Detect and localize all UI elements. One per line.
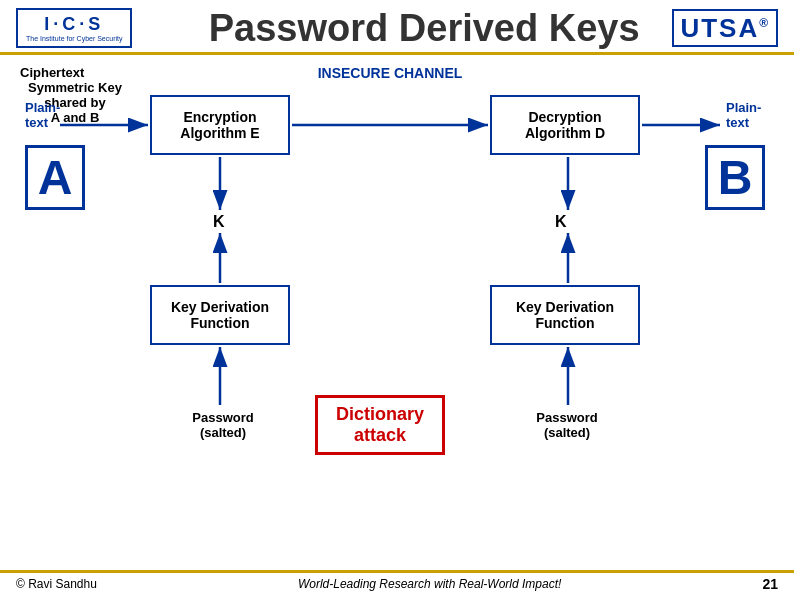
insecure-channel-label: INSECURE CHANNEL — [250, 65, 530, 81]
letter-a-box: A — [25, 145, 85, 210]
dict-line2: attack — [336, 425, 424, 446]
dict-line1: Dictionary — [336, 404, 424, 425]
enc-line1: Encryption — [180, 109, 259, 125]
kdf-right-box: Key Derivation Function — [490, 285, 640, 345]
kdf-left-box: Key Derivation Function — [150, 285, 290, 345]
footer: © Ravi Sandhu World-Leading Research wit… — [0, 570, 794, 595]
diagram: INSECURE CHANNEL Plain-text Plain-text C… — [20, 65, 774, 485]
diagram-content: INSECURE CHANNEL Plain-text Plain-text C… — [0, 55, 794, 495]
footer-copyright: © Ravi Sandhu — [16, 577, 97, 591]
password-left-label: Password(salted) — [168, 410, 278, 440]
plaintext-right-label: Plain-text — [726, 100, 761, 130]
dec-line1: Decryption — [525, 109, 605, 125]
kdf-left-line1: Key Derivation — [171, 299, 269, 315]
header: I·C·S The Institute for Cyber Security P… — [0, 0, 794, 55]
encryption-algorithm-box: Encryption Algorithm E — [150, 95, 290, 155]
enc-line2: Algorithm E — [180, 125, 259, 141]
utsa-logo-area: UTSA® — [672, 13, 778, 44]
password-right-label: Password(salted) — [492, 410, 642, 440]
kdf-right-line2: Function — [516, 315, 614, 331]
decryption-algorithm-box: Decryption Algorithm D — [490, 95, 640, 155]
letter-b-box: B — [705, 145, 765, 210]
k-left-label: K — [213, 213, 225, 231]
ics-subtitle: The Institute for Cyber Security — [26, 35, 122, 42]
footer-tagline: World-Leading Research with Real-World I… — [298, 577, 561, 591]
page-title-area: Password Derived Keys — [176, 9, 672, 47]
footer-page-number: 21 — [762, 576, 778, 592]
dec-line2: Algorithm D — [525, 125, 605, 141]
k-right-label: K — [555, 213, 567, 231]
kdf-right-line1: Key Derivation — [516, 299, 614, 315]
dictionary-attack-box: Dictionary attack — [315, 395, 445, 455]
ics-initials: I·C·S — [44, 14, 104, 35]
kdf-left-line2: Function — [171, 315, 269, 331]
ics-logo: I·C·S The Institute for Cyber Security — [16, 8, 176, 48]
plaintext-left-label: Plain-text — [25, 100, 60, 130]
utsa-logo: UTSA® — [672, 9, 778, 47]
page-title: Password Derived Keys — [209, 7, 640, 49]
ics-logo-box: I·C·S The Institute for Cyber Security — [16, 8, 132, 48]
